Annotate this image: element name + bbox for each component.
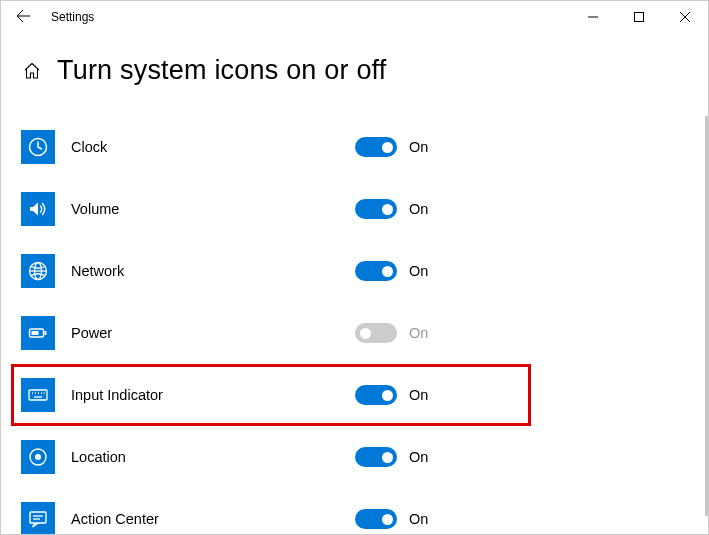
- toggle-group-input-indicator: On: [355, 385, 428, 405]
- toggle-state-label: On: [409, 387, 428, 403]
- window-controls: [570, 1, 708, 33]
- maximize-button[interactable]: [616, 1, 662, 33]
- row-action-center: Action CenterOn: [21, 488, 704, 534]
- clock-icon: [21, 130, 55, 164]
- toggle-knob: [382, 142, 393, 153]
- toggle-state-label: On: [409, 201, 428, 217]
- close-button[interactable]: [662, 1, 708, 33]
- toggle-clock[interactable]: [355, 137, 397, 157]
- label-network: Network: [55, 263, 355, 279]
- row-volume: VolumeOn: [21, 178, 704, 240]
- toggle-knob: [382, 266, 393, 277]
- label-location: Location: [55, 449, 355, 465]
- settings-window: Settings Turn system icons on or off Clo…: [0, 0, 709, 535]
- row-clock: ClockOn: [21, 116, 704, 178]
- toggle-group-action-center: On: [355, 509, 428, 529]
- action-center-icon: [21, 502, 55, 534]
- row-input-indicator: Input IndicatorOn: [11, 364, 531, 426]
- window-title: Settings: [45, 10, 94, 24]
- toggle-state-label: On: [409, 449, 428, 465]
- toggle-state-label: On: [409, 511, 428, 527]
- minimize-button[interactable]: [570, 1, 616, 33]
- volume-icon: [21, 192, 55, 226]
- label-power: Power: [55, 325, 355, 341]
- toggle-knob: [360, 328, 371, 339]
- scrollbar[interactable]: [705, 116, 708, 516]
- toggle-state-label: On: [409, 263, 428, 279]
- home-icon[interactable]: [21, 60, 43, 82]
- page-header: Turn system icons on or off: [21, 55, 704, 86]
- network-icon: [21, 254, 55, 288]
- power-icon: [21, 316, 55, 350]
- toggle-knob: [382, 390, 393, 401]
- toggle-volume[interactable]: [355, 199, 397, 219]
- row-location: LocationOn: [21, 426, 704, 488]
- toggle-knob: [382, 452, 393, 463]
- toggle-group-power: On: [355, 323, 428, 343]
- content-area: Turn system icons on or off ClockOnVolum…: [1, 41, 704, 534]
- page-title: Turn system icons on or off: [57, 55, 387, 86]
- toggle-input-indicator[interactable]: [355, 385, 397, 405]
- toggle-group-volume: On: [355, 199, 428, 219]
- keyboard-icon: [21, 378, 55, 412]
- titlebar: Settings: [1, 1, 708, 33]
- label-volume: Volume: [55, 201, 355, 217]
- icon-toggle-list: ClockOnVolumeOnNetworkOnPowerOnInput Ind…: [21, 116, 704, 534]
- row-power: PowerOn: [21, 302, 704, 364]
- svg-rect-1: [635, 13, 644, 22]
- back-button[interactable]: [1, 1, 45, 33]
- toggle-knob: [382, 204, 393, 215]
- location-icon: [21, 440, 55, 474]
- label-action-center: Action Center: [55, 511, 355, 527]
- label-clock: Clock: [55, 139, 355, 155]
- toggle-group-network: On: [355, 261, 428, 281]
- toggle-knob: [382, 514, 393, 525]
- toggle-group-clock: On: [355, 137, 428, 157]
- back-arrow-icon: [15, 8, 31, 27]
- row-network: NetworkOn: [21, 240, 704, 302]
- toggle-action-center[interactable]: [355, 509, 397, 529]
- label-input-indicator: Input Indicator: [55, 387, 355, 403]
- toggle-group-location: On: [355, 447, 428, 467]
- toggle-location[interactable]: [355, 447, 397, 467]
- toggle-network[interactable]: [355, 261, 397, 281]
- toggle-state-label: On: [409, 325, 428, 341]
- toggle-state-label: On: [409, 139, 428, 155]
- toggle-power: [355, 323, 397, 343]
